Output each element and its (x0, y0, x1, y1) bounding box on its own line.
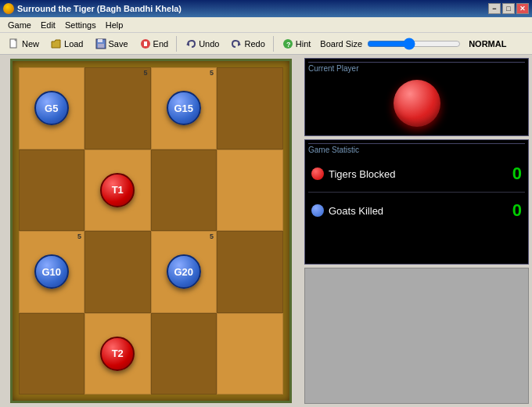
board-cell-0-1[interactable]: 5 (84, 67, 151, 149)
goat-indicator (311, 204, 324, 217)
player-display (308, 76, 525, 131)
menu-game[interactable]: Game (3, 19, 36, 31)
stats-divider (308, 192, 525, 193)
board-cell-2-2[interactable]: 5 G20 (151, 231, 217, 313)
app-icon (3, 3, 14, 14)
board-cell-2-1[interactable] (84, 231, 151, 313)
toolbar-separator-1 (176, 36, 177, 52)
goats-killed-label: Goats Killed (329, 205, 383, 217)
cell-label-0-2: 5 (210, 69, 214, 77)
game-board: G5 5 5 G15 T1 (10, 59, 292, 403)
save-button[interactable]: Save (90, 35, 133, 52)
end-button[interactable]: End (135, 35, 174, 52)
board-size-label: Board Size (320, 39, 362, 49)
board-cell-0-3[interactable] (217, 67, 283, 149)
save-icon (95, 38, 107, 50)
cell-label-2-2: 5 (210, 232, 214, 240)
piece-goat-g5[interactable]: G5 (34, 91, 69, 125)
load-button[interactable]: Load (45, 35, 88, 52)
right-panel: Current Player Game Statistic Tigers Blo… (301, 55, 532, 407)
main-content: G5 5 5 G15 T1 (0, 55, 532, 407)
menu-settings[interactable]: Settings (60, 19, 101, 31)
piece-tiger-t1[interactable]: T1 (100, 173, 135, 207)
redo-button[interactable]: Redo (225, 35, 269, 52)
tigers-blocked-label: Tigers Blocked (329, 168, 396, 180)
board-cell-3-1[interactable]: T2 (84, 313, 151, 395)
board-size-slider[interactable] (367, 38, 461, 50)
tiger-indicator (311, 167, 324, 180)
board-cell-1-1[interactable]: T1 (84, 149, 151, 232)
new-icon (8, 38, 20, 50)
redo-icon (230, 38, 243, 50)
goats-killed-value: 0 (512, 200, 522, 221)
cell-label-0-1: 5 (143, 69, 147, 77)
board-cell-0-0[interactable]: G5 (19, 67, 85, 149)
board-cell-1-2[interactable] (151, 149, 217, 232)
minimize-button[interactable]: − (488, 3, 501, 14)
svg-rect-6 (144, 41, 147, 46)
player-ball (394, 80, 440, 127)
close-button[interactable]: ✕ (516, 3, 529, 14)
tigers-blocked-row: Tigers Blocked 0 (308, 157, 525, 190)
game-stats-panel: Game Statistic Tigers Blocked 0 Goats Ki… (304, 139, 529, 265)
load-icon (50, 38, 63, 50)
window-title: Surround the Tiger (Bagh Bandhi Khela) (17, 4, 182, 13)
end-icon (139, 38, 152, 50)
svg-rect-4 (98, 44, 104, 48)
board-area: G5 5 5 G15 T1 (0, 55, 301, 407)
current-player-panel: Current Player (304, 58, 529, 136)
menu-bar: Game Edit Settings Help (0, 17, 532, 33)
board-cell-0-2[interactable]: 5 G15 (151, 67, 217, 149)
game-stats-title: Game Statistic (308, 143, 525, 154)
svg-rect-3 (98, 39, 102, 42)
board-cell-2-3[interactable] (217, 231, 283, 313)
log-panel (304, 268, 529, 404)
goats-killed-row: Goats Killed 0 (308, 194, 525, 227)
tigers-blocked-value: 0 (512, 164, 522, 184)
title-bar: Surround the Tiger (Bagh Bandhi Khela) −… (0, 0, 532, 17)
toolbar: New Load Save End Undo Redo ? Hin (0, 33, 532, 55)
cell-label-2-0: 5 (77, 232, 81, 240)
maximize-button[interactable]: □ (502, 3, 515, 14)
current-player-title: Current Player (308, 62, 525, 73)
piece-goat-g15[interactable]: G15 (167, 91, 201, 125)
menu-help[interactable]: Help (101, 19, 128, 31)
board-cell-1-3[interactable] (217, 149, 283, 232)
undo-icon (185, 38, 197, 50)
board-cell-3-2[interactable] (151, 313, 217, 395)
menu-edit[interactable]: Edit (36, 19, 60, 31)
piece-tiger-t2[interactable]: T2 (100, 337, 135, 371)
board-cell-3-3[interactable] (217, 313, 283, 395)
normal-label: NORMAL (469, 39, 506, 49)
svg-text:?: ? (286, 41, 291, 49)
hint-button[interactable]: ? Hint (277, 35, 316, 52)
board-cell-2-0[interactable]: 5 G10 (19, 231, 85, 313)
board-cell-3-0[interactable] (19, 313, 85, 395)
piece-goat-g10[interactable]: G10 (34, 254, 69, 289)
board-grid: G5 5 5 G15 T1 (19, 67, 283, 394)
undo-button[interactable]: Undo (180, 35, 224, 52)
piece-goat-g20[interactable]: G20 (167, 254, 201, 289)
toolbar-separator-2 (273, 36, 274, 52)
new-button[interactable]: New (3, 35, 44, 52)
hint-icon: ? (282, 38, 294, 50)
board-cell-1-0[interactable] (19, 149, 85, 232)
